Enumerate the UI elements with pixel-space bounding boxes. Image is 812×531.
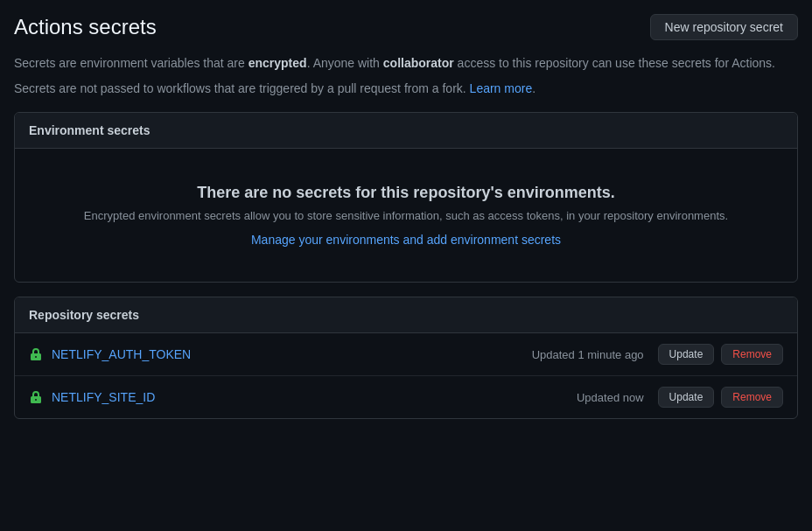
lock-icon-netlify-auth-token [29, 347, 43, 361]
desc-encrypted: encrypted [248, 56, 307, 70]
repository-secrets-section: Repository secrets NETLIFY_AUTH_TOKEN Up… [14, 297, 798, 419]
learn-more-link[interactable]: Learn more [470, 81, 533, 95]
empty-state-title: There are no secrets for this repository… [29, 184, 783, 202]
empty-state-desc: Encrypted environment secrets allow you … [29, 209, 783, 222]
desc-suffix: access to this repository can use these … [454, 56, 775, 70]
secret-updated-netlify-auth-token: Updated 1 minute ago [532, 348, 644, 361]
secret-row-netlify-auth-token: NETLIFY_AUTH_TOKEN Updated 1 minute ago … [15, 333, 797, 376]
lock-icon-netlify-site-id [29, 390, 43, 404]
secret-updated-netlify-site-id: Updated now [577, 391, 644, 404]
environment-secrets-section: Environment secrets There are no secrets… [14, 112, 798, 283]
description-line2: Secrets are not passed to workflows that… [14, 80, 798, 98]
remove-button-netlify-auth-token[interactable]: Remove [721, 344, 783, 365]
update-button-netlify-site-id[interactable]: Update [658, 387, 715, 408]
secret-actions-netlify-site-id: Update Remove [658, 387, 783, 408]
desc-collaborator: collaborator [383, 56, 454, 70]
secret-row-netlify-site-id: NETLIFY_SITE_ID Updated now Update Remov… [15, 376, 797, 418]
new-repository-secret-button[interactable]: New repository secret [650, 14, 798, 40]
description-line1: Secrets are environment variables that a… [14, 54, 798, 73]
desc-line2-period: . [532, 81, 536, 95]
lock-svg-1 [29, 347, 43, 361]
page-title: Actions secrets [14, 15, 157, 39]
repository-secrets-title: Repository secrets [29, 308, 139, 322]
repository-secrets-header: Repository secrets [15, 297, 797, 333]
update-button-netlify-auth-token[interactable]: Update [658, 344, 715, 365]
page-header: Actions secrets New repository secret [14, 14, 798, 40]
environment-secrets-empty-state: There are no secrets for this repository… [15, 149, 797, 282]
remove-button-netlify-site-id[interactable]: Remove [721, 387, 783, 408]
desc-prefix: Secrets are environment variables that a… [14, 56, 248, 70]
desc-middle: . Anyone with [307, 56, 383, 70]
secret-name-netlify-site-id[interactable]: NETLIFY_SITE_ID [52, 390, 577, 404]
environment-secrets-header: Environment secrets [15, 113, 797, 149]
desc-line2-prefix: Secrets are not passed to workflows that… [14, 81, 470, 95]
lock-svg-2 [29, 390, 43, 404]
secret-actions-netlify-auth-token: Update Remove [658, 344, 783, 365]
environment-secrets-title: Environment secrets [29, 123, 150, 137]
manage-environments-link[interactable]: Manage your environments and add environ… [251, 233, 561, 247]
secret-name-netlify-auth-token[interactable]: NETLIFY_AUTH_TOKEN [52, 347, 532, 361]
